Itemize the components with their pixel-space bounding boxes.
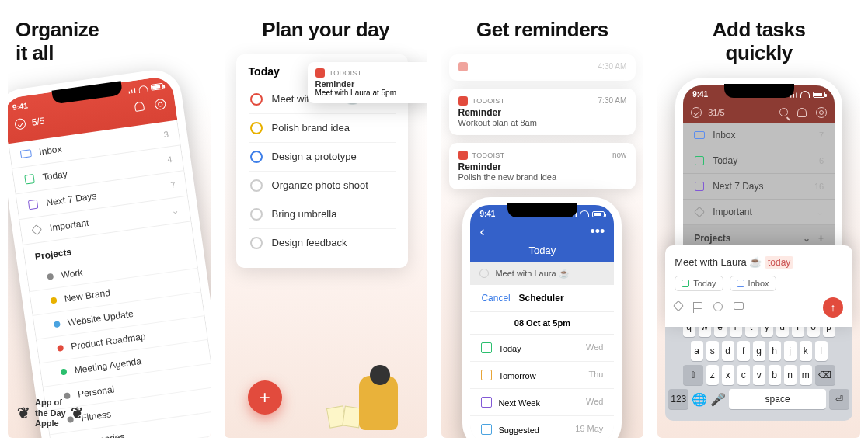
key[interactable]: h xyxy=(769,341,781,361)
pill-inbox[interactable]: Inbox xyxy=(730,276,776,291)
back-button[interactable]: ‹ xyxy=(479,224,484,240)
productivity-count: 31/5 xyxy=(708,108,724,117)
notif-body: Workout plan at 8am xyxy=(458,118,627,127)
key-shift[interactable]: ⇧ xyxy=(683,365,703,385)
notification-card[interactable]: 4:30 AM xyxy=(449,54,636,81)
scheduler-option[interactable]: TomorrowThu xyxy=(470,362,614,389)
illustration-person xyxy=(328,360,413,430)
reminder-alarm-icon[interactable] xyxy=(713,302,723,311)
notif-body: Meet with Laura at 5pm xyxy=(315,89,424,97)
inbox-icon xyxy=(737,280,744,287)
search-icon[interactable] xyxy=(779,108,788,116)
label-icon[interactable] xyxy=(673,300,684,311)
add-task-fab[interactable]: + xyxy=(248,380,282,415)
task-ring-icon[interactable] xyxy=(250,93,263,106)
wifi-icon xyxy=(138,85,148,93)
headline: Plan your day xyxy=(232,19,420,42)
notification-card[interactable]: TODOIST7:30 AMReminderWorkout plan at 8a… xyxy=(449,89,636,135)
key[interactable]: g xyxy=(753,341,765,361)
scheduler-option[interactable]: Next WeekWed xyxy=(470,389,614,416)
key[interactable]: k xyxy=(800,341,812,361)
quick-add-input[interactable]: Meet with Laura ☕ today xyxy=(675,255,843,276)
projects-header: Projects xyxy=(694,233,730,244)
key[interactable]: s xyxy=(706,341,719,361)
laurel-right-icon: ❦ xyxy=(71,404,84,422)
signal-icon xyxy=(126,87,136,95)
bell-icon[interactable] xyxy=(797,108,807,117)
key[interactable]: f xyxy=(737,341,750,361)
pill-today[interactable]: Today xyxy=(675,276,723,291)
more-button[interactable]: ••• xyxy=(590,224,605,240)
key[interactable]: z xyxy=(706,365,719,385)
key-123[interactable]: 123 xyxy=(668,389,688,409)
key-backspace[interactable]: ⌫ xyxy=(815,365,835,385)
notch xyxy=(507,203,577,217)
key[interactable]: b xyxy=(769,365,781,385)
battery-icon xyxy=(813,92,825,98)
task-ring-icon[interactable] xyxy=(250,122,263,134)
task-row[interactable]: Design feedback xyxy=(249,229,396,257)
app-icon xyxy=(458,96,468,106)
mic-icon[interactable]: 🎤 xyxy=(710,389,726,409)
panel-reminders: Get reminders 4:30 AMTODOIST7:30 AMRemin… xyxy=(441,3,644,438)
key-space[interactable]: space xyxy=(729,389,826,409)
key[interactable]: x xyxy=(722,365,734,385)
selected-task-chip[interactable]: Meet with Laura ☕ xyxy=(470,262,614,285)
comment-icon[interactable] xyxy=(734,302,744,310)
battery-icon xyxy=(151,82,164,90)
scheduler-option[interactable]: TodayWed xyxy=(470,335,614,362)
task-row[interactable]: Organize photo shoot xyxy=(249,172,396,200)
gear-icon[interactable] xyxy=(154,98,166,110)
nav-important: Important ⌄ xyxy=(683,200,835,225)
task-row[interactable]: Polish brand idea xyxy=(249,114,396,143)
gear-icon[interactable] xyxy=(816,107,827,118)
globe-icon[interactable]: 🌐 xyxy=(692,389,707,409)
task-row[interactable]: Bring umbrella xyxy=(249,200,396,229)
laurel-left-icon: ❦ xyxy=(17,404,30,422)
key-return[interactable]: ⏎ xyxy=(829,389,849,409)
key[interactable]: c xyxy=(737,365,750,385)
productivity-icon[interactable] xyxy=(14,118,26,130)
task-row[interactable]: Design a prototype xyxy=(249,143,396,172)
date-input[interactable]: 08 Oct at 5pm xyxy=(470,311,614,335)
key[interactable]: n xyxy=(784,365,797,385)
scheduler-option[interactable]: Suggested19 May xyxy=(470,416,614,438)
key[interactable]: v xyxy=(753,365,765,385)
add-project-icon[interactable]: + xyxy=(818,233,824,244)
bell-icon[interactable] xyxy=(134,101,145,112)
nav-count: 7 xyxy=(170,180,176,190)
screen-title: Today xyxy=(470,241,614,262)
inbox-icon xyxy=(694,131,705,139)
key[interactable]: d xyxy=(722,341,734,361)
priority-flag-icon[interactable] xyxy=(693,302,702,313)
key[interactable]: m xyxy=(800,365,812,385)
ios-keyboard[interactable]: qwertyuiop asdfghjkl ⇧zxcvbnm⌫ 123 🌐 🎤 s… xyxy=(665,312,852,421)
key[interactable]: l xyxy=(815,341,828,361)
task-ring-icon[interactable] xyxy=(250,179,263,192)
quick-add-sheet: Meet with Laura ☕ today Today Inbox ↑ xyxy=(665,245,852,327)
key[interactable]: a xyxy=(691,341,703,361)
chevron-down-icon[interactable]: ⌄ xyxy=(803,233,810,244)
cancel-button[interactable]: Cancel xyxy=(481,293,510,304)
phone-sidebar: 9:41 5/5 xyxy=(8,67,211,438)
task-ring-icon[interactable] xyxy=(250,208,263,220)
project-color-dot xyxy=(47,273,54,280)
key[interactable]: j xyxy=(784,341,797,361)
task-ring-icon[interactable] xyxy=(250,151,263,163)
notification-stack: 4:30 AMTODOIST7:30 AMReminderWorkout pla… xyxy=(449,54,636,189)
notification-card[interactable]: TODOISTnowReminderPolish the new brand i… xyxy=(449,143,636,189)
submit-task-button[interactable]: ↑ xyxy=(823,297,843,318)
parsed-date-tag: today xyxy=(765,256,793,269)
task-list: Meet with Laura ☕Polish brand ideaDesign… xyxy=(249,85,396,257)
productivity-icon[interactable] xyxy=(691,107,702,118)
app-of-the-day-badge: ❦ App of the Day Apple ❦ xyxy=(17,398,84,429)
project-color-dot xyxy=(51,297,58,304)
calendar-icon xyxy=(481,397,492,408)
task-ring-icon[interactable] xyxy=(250,237,263,249)
status-time: 9:41 xyxy=(692,90,708,99)
app-icon xyxy=(315,68,325,78)
tag-icon xyxy=(694,207,705,217)
app-icon xyxy=(458,62,468,71)
notif-body: Polish the new brand idea xyxy=(458,172,627,182)
nav-next-7-days: Next 7 Days 16 xyxy=(683,174,835,200)
